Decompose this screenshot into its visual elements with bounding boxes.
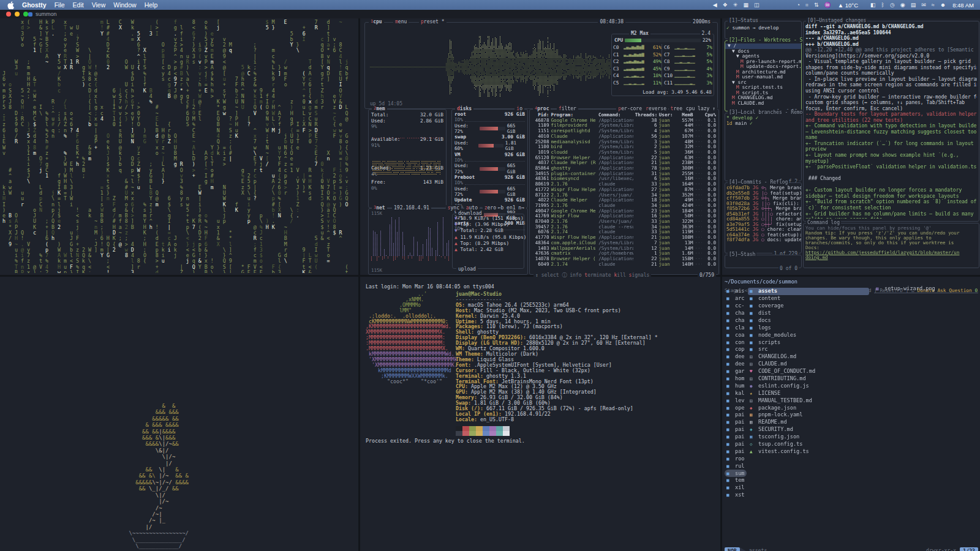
lazygit-stash-panel[interactable]: [5]—Stash 0 of 0 (725, 255, 802, 268)
yazi-file-item[interactable]: ▤MANUAL_TESTBED.md (748, 397, 869, 404)
branch-row[interactable]: 1d main ✓ (725, 121, 801, 127)
yazi-parent-item[interactable]: ■lever… (725, 397, 747, 404)
menubar-status-icon[interactable]: ❖ (723, 2, 728, 8)
yazi-parent-item[interactable]: ■cc-rpi (725, 302, 747, 310)
yazi-file-item[interactable]: ◈SECURITY.md (748, 426, 869, 433)
yazi-parent-item[interactable]: ■rules (725, 462, 747, 470)
menubar-status-icon[interactable]: ♒ (824, 2, 831, 8)
yazi-file-item[interactable]: ■docs (748, 317, 869, 324)
yazi-preview-item[interactable]: ▦ setup-wizard.png (874, 285, 978, 293)
menubar-item-edit[interactable]: Edit (73, 1, 84, 9)
file-tree-row[interactable]: ▼ docs (725, 49, 801, 54)
btop-interval[interactable]: 2000ms (691, 19, 712, 24)
btop-mem-title[interactable]: 2mem (372, 106, 387, 111)
commit-row[interactable]: c64a374e JG ○ feat(setup): re (725, 233, 801, 238)
yazi-file-item[interactable]: ★LICENSE (748, 389, 869, 397)
yazi-parent-item[interactable]: ■roots (725, 455, 747, 462)
menubar-item-window[interactable]: Window (113, 1, 136, 9)
lazygit-command-log-panel[interactable]: Command log You can hide/focus this pane… (803, 223, 979, 268)
proc-sort-selector[interactable]: cpu lazy ↑ (684, 106, 717, 111)
yazi-file-item[interactable]: ■coverage (748, 302, 869, 310)
menubar-item-help[interactable]: Help (145, 1, 158, 9)
commit-row[interactable]: c6fdad7b JG ⊙╮ Merge branch (725, 186, 801, 191)
yazi-parent-item[interactable]: ■paisa… (725, 426, 747, 433)
menubar-item-file[interactable]: File (55, 1, 65, 9)
menubar-status-icon[interactable]: ◔ (796, 2, 799, 8)
menubar-status-icon[interactable]: ◫ (754, 2, 760, 8)
yazi-parent-item[interactable]: ■clari… (725, 324, 747, 331)
btop-cpu-title[interactable]: 1cpu (369, 19, 384, 24)
menubar-status-icon[interactable]: ⇅ (814, 2, 819, 8)
yazi-parent-item[interactable]: ■copil… (725, 346, 747, 353)
zoom-window-button[interactable] (23, 12, 28, 17)
yazi-file-item[interactable]: ◆package.json (748, 404, 869, 411)
file-tree-row[interactable]: M script.ts (725, 91, 801, 96)
commit-row[interactable]: a3e79af5 JG ○┼┼╯ fix(setup (725, 222, 801, 228)
commit-row[interactable]: cd84a855 JG ○│││ chore: an (725, 217, 801, 222)
btop-io-tab[interactable]: io (514, 106, 524, 111)
yazi-parent-item[interactable]: ■human… (725, 383, 747, 390)
btop-preset-button[interactable]: preset * (419, 19, 447, 24)
menubar-temperature[interactable]: ▲ 10°C (838, 2, 858, 9)
lazygit-commits-panel[interactable]: [4]—Commits - Reflog c6fdad7b JG ⊙╮ Merg… (725, 182, 802, 253)
menubar-status-icon[interactable]: ◷ (890, 2, 895, 8)
commit-row[interactable]: d54b31ef JG │││○ refactor( (725, 212, 801, 217)
minimize-window-button[interactable] (15, 12, 20, 17)
yazi-file-item[interactable]: ♥CODE_OF_CONDUCT.md (748, 368, 869, 375)
yazi-parent-item[interactable]: ■xillv… (725, 484, 747, 492)
file-tree-row[interactable]: M user-manual.md (725, 75, 801, 80)
yazi-file-item[interactable]: ◇tsup.config.ts (748, 441, 869, 448)
menubar-status-icon[interactable]: ✉ (921, 2, 926, 8)
commit-row[interactable]: f85b72b6 JG ⊙┼┼╮ Merge bra (725, 206, 801, 212)
yazi-file-item[interactable]: ▤CONTRIBUTING.md (748, 375, 869, 383)
yazi-file-item[interactable]: ■logs (748, 324, 869, 331)
yazi-file-item[interactable]: ▤CHANGELOG.md (748, 353, 869, 361)
yazi-parent-item[interactable]: ■paisa… (725, 411, 747, 419)
lazygit-status-panel[interactable]: [1]—Status ✓ summon → develop (725, 21, 802, 39)
yazi-parent-item[interactable]: ■archy (725, 295, 747, 302)
net-auto-button[interactable]: auto (464, 205, 480, 211)
menubar-clock[interactable]: 8:48 AM (952, 2, 974, 9)
branch-row[interactable]: * develop ✓ (725, 116, 801, 121)
net-iface-switcher[interactable]: ←b en1 n→ (496, 205, 526, 211)
yazi-parent-item[interactable]: ■home-… (725, 375, 747, 383)
yazi-file-item[interactable]: ◉eslint.config.js (748, 383, 869, 390)
menubar-status-icon[interactable]: ▦ (743, 2, 748, 8)
net-sync-button[interactable]: sync (446, 205, 461, 211)
yazi-parent-item[interactable]: ■chapa (725, 310, 747, 317)
proc-row[interactable]: 6049 2.1.74 claude 21 juan 140M 0.0 (530, 262, 718, 268)
commit-row[interactable]: 5d51441c JG ○ chore: clean up (725, 227, 801, 233)
menubar-status-icon[interactable]: ⌗ (805, 2, 809, 8)
yazi-file-item[interactable]: ▲vitest.config.ts (748, 448, 869, 455)
yazi-file-item[interactable]: ▤CLAUDE.md (748, 361, 869, 368)
file-tree-row[interactable]: M pre-launch-report.md (725, 59, 801, 65)
commit-row[interactable]: f8f74dfa JG ○ docs: update do (725, 238, 801, 243)
file-tree-row[interactable]: M CHANGELOG.md (725, 96, 801, 101)
yazi-parent-item[interactable]: ■xstac… (725, 492, 747, 499)
proc-reverse-button[interactable]: reverse (644, 106, 668, 111)
btop-disks-title[interactable]: disks (455, 106, 473, 111)
window-tab-title[interactable]: summon (36, 11, 57, 17)
file-tree-row[interactable]: ▼ / (725, 43, 801, 49)
yazi-file-item[interactable]: ■content (748, 295, 869, 302)
menubar-status-icon[interactable]: ᛒ (881, 2, 884, 8)
yazi-parent-item[interactable]: ■coach (725, 331, 747, 339)
file-tree-row[interactable]: M CLAUDE.md (725, 101, 801, 107)
yazi-parent-item[interactable]: ■paisa… (725, 433, 747, 441)
lazygit-diff-panel[interactable]: [0]—Unstaged changes diff --git a/CHANGE… (803, 21, 979, 222)
proc-filter-button[interactable]: filter (557, 106, 578, 111)
apple-menu-icon[interactable] (7, 1, 14, 9)
commit-row[interactable]: cff507db JG ⊙┼╮ Merge branc (725, 196, 801, 201)
lazygit-files-panel[interactable]: [2]—Files - Worktrees - Sub ▼ /▼ docs▼ a… (725, 40, 802, 111)
yazi-file-item[interactable]: ▦pnpm-lock.yaml (748, 411, 869, 419)
yazi-file-item[interactable]: ■scripts (748, 339, 869, 346)
yazi-file-item[interactable]: ▥README.md (748, 419, 869, 426)
menubar-status-icon[interactable]: ✳ (733, 2, 738, 8)
commit-row[interactable]: db2e55e8 JG │○ feat(setup): (725, 191, 801, 197)
yazi-file-item[interactable]: ■dist (748, 310, 869, 317)
yazi-file-item[interactable]: ■node_modules (748, 331, 869, 339)
btop-net-title[interactable]: 3net (372, 205, 387, 211)
menubar-status-icon[interactable]: ◀ (713, 2, 717, 8)
btop-menu-button[interactable]: menu (393, 19, 409, 24)
file-tree-row[interactable]: M script.test.ts (725, 85, 801, 91)
